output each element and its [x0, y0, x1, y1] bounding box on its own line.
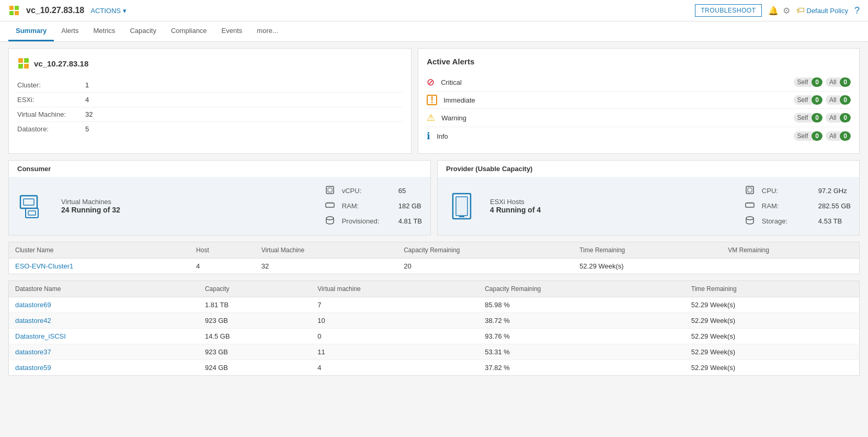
tab-summary[interactable]: Summary: [8, 21, 54, 41]
provider-stats: CPU: 97.2 GHz RAM: 282.55 GB: [745, 185, 851, 227]
consumer-ram-row: RAM: 182 GB: [325, 200, 422, 211]
ram-icon: [325, 200, 335, 211]
mid-row: Consumer Virtual Machines 24 Running of …: [8, 160, 860, 236]
critical-self-badge: Self 0: [794, 77, 823, 87]
svg-rect-10: [26, 208, 38, 218]
cluster-col-vm: Virtual Machine: [255, 242, 398, 259]
alert-row-info: ℹ Info Self 0 All 0: [427, 127, 851, 145]
ds-vm-cell: 0: [311, 329, 478, 344]
status-icon-2: ⚙: [783, 6, 790, 16]
ds-col-vm: Virtual machine: [311, 281, 478, 297]
cluster-table-card: Cluster Name Host Virtual Machine Capaci…: [8, 242, 860, 274]
svg-rect-2: [9, 11, 14, 15]
tab-events[interactable]: Events: [214, 21, 250, 41]
ds-name-cell[interactable]: Datastore_iSCSI: [9, 329, 199, 344]
ds-name-cell[interactable]: datastore59: [9, 360, 199, 376]
ds-name-cell[interactable]: datastore37: [9, 344, 199, 360]
esxi-hosts-icon: [449, 192, 475, 221]
table-row: Datastore_iSCSI 14.5 GB 0 93.76 % 52.29 …: [9, 329, 859, 344]
critical-icon: ⊘: [427, 76, 435, 88]
ds-time-cell: 52.29 Week(s): [685, 344, 859, 360]
ds-name-cell[interactable]: datastore69: [9, 297, 199, 313]
top-row: vc_10.27.83.18 Cluster: 1 ESXi: 4 Virtua…: [8, 48, 860, 154]
svg-rect-24: [746, 203, 754, 207]
cluster-col-time: Time Remaining: [573, 242, 722, 259]
cluster-host-cell: 4: [190, 259, 255, 274]
svg-rect-20: [456, 197, 467, 216]
svg-rect-6: [18, 64, 23, 69]
alert-row-warning: ⚠ Warning Self 0 All 0: [427, 109, 851, 127]
tab-capacity[interactable]: Capacity: [122, 21, 164, 41]
svg-rect-12: [326, 186, 334, 194]
tab-compliance[interactable]: Compliance: [164, 21, 214, 41]
header-right: TROUBLESHOOT 🔔 ⚙ 🏷 Default Policy ?: [695, 4, 860, 17]
critical-all-badge: All 0: [826, 77, 851, 87]
info-card: vc_10.27.83.18 Cluster: 1 ESXi: 4 Virtua…: [8, 48, 412, 154]
help-icon[interactable]: ?: [854, 5, 860, 16]
ds-vm-cell: 7: [311, 297, 478, 313]
ds-col-capacity-rem: Capacity Remaining: [478, 281, 685, 297]
svg-rect-9: [24, 199, 34, 205]
troubleshoot-button[interactable]: TROUBLESHOOT: [695, 4, 761, 17]
header: vc_10.27.83.18 ACTIONS ▾ TROUBLESHOOT 🔔 …: [0, 0, 868, 21]
main-content: vc_10.27.83.18 Cluster: 1 ESXi: 4 Virtua…: [0, 42, 868, 388]
info-row-cluster: Cluster: 1: [17, 78, 403, 93]
ds-name-cell[interactable]: datastore42: [9, 313, 199, 329]
cluster-table-header: Cluster Name Host Virtual Machine Capaci…: [9, 242, 859, 259]
svg-rect-1: [15, 6, 19, 10]
warning-all-badge: All 0: [826, 113, 851, 122]
ds-cap-rem-cell: 37.82 %: [478, 360, 685, 376]
vm-icon-box: [17, 191, 49, 222]
provider-section-header: Provider (Usable Capacity): [438, 161, 859, 177]
svg-rect-14: [326, 203, 334, 207]
info-row-esxi: ESXi: 4: [17, 93, 403, 107]
provider-ram-icon: [745, 200, 755, 211]
svg-rect-0: [9, 6, 14, 10]
table-row: datastore37 923 GB 11 53.31 % 52.29 Week…: [9, 344, 859, 360]
datastore-table-card: Datastore Name Capacity Virtual machine …: [8, 281, 860, 376]
storage-icon: [325, 216, 335, 227]
ds-time-cell: 52.29 Week(s): [685, 360, 859, 376]
ds-capacity-cell: 923 GB: [199, 313, 311, 329]
status-icon-1: 🔔: [768, 6, 779, 16]
ds-capacity-cell: 14.5 GB: [199, 329, 311, 344]
table-row: datastore42 923 GB 10 38.72 % 52.29 Week…: [9, 313, 859, 329]
actions-button[interactable]: ACTIONS ▾: [90, 7, 127, 15]
policy-icon: 🏷: [796, 6, 805, 15]
ds-col-time: Time Remaining: [685, 281, 859, 297]
consumer-stats: vCPU: 65 RAM: 182 GB Provi: [325, 185, 422, 227]
ds-time-cell: 52.29 Week(s): [685, 313, 859, 329]
default-policy-link[interactable]: 🏷 Default Policy: [796, 6, 848, 15]
ds-capacity-cell: 1.81 TB: [199, 297, 311, 313]
svg-rect-23: [748, 188, 752, 192]
immediate-all-badge: All 0: [826, 95, 851, 105]
ds-cap-rem-cell: 93.76 %: [478, 329, 685, 344]
cluster-name-cell[interactable]: ESO-EVN-Cluster1: [9, 259, 190, 274]
cpu-icon: [325, 185, 335, 196]
tab-metrics[interactable]: Metrics: [86, 21, 122, 41]
chevron-down-icon: ▾: [123, 7, 127, 15]
ds-vm-cell: 10: [311, 313, 478, 329]
table-row: ESO-EVN-Cluster1 4 32 20 52.29 Week(s): [9, 259, 859, 274]
consumer-provisioned-row: Provisioned: 4.81 TB: [325, 216, 422, 227]
svg-rect-3: [15, 11, 19, 15]
info-badges: Self 0 All 0: [794, 131, 851, 141]
ds-cap-rem-cell: 38.72 %: [478, 313, 685, 329]
consumer-section-header: Consumer: [9, 161, 430, 177]
tab-more[interactable]: more...: [249, 21, 285, 41]
svg-rect-11: [28, 211, 36, 215]
info-icon: ℹ: [427, 130, 430, 142]
cluster-col-vmrem: VM Remaining: [722, 242, 859, 259]
table-row: datastore69 1.81 TB 7 85.98 % 52.29 Week…: [9, 297, 859, 313]
esxi-icon-box: [446, 191, 477, 222]
critical-badges: Self 0 All 0: [794, 77, 851, 87]
provider-ram-row: RAM: 282.55 GB: [745, 200, 851, 211]
warning-icon: ⚠: [427, 112, 435, 124]
ds-cap-rem-cell: 53.31 %: [478, 344, 685, 360]
ds-col-capacity: Capacity: [199, 281, 311, 297]
ds-capacity-cell: 923 GB: [199, 344, 311, 360]
cluster-time-cell: 52.29 Week(s): [573, 259, 722, 274]
page-title: vc_10.27.83.18: [26, 6, 84, 15]
tab-alerts[interactable]: Alerts: [54, 21, 86, 41]
provider-cpu-icon: [745, 185, 755, 196]
